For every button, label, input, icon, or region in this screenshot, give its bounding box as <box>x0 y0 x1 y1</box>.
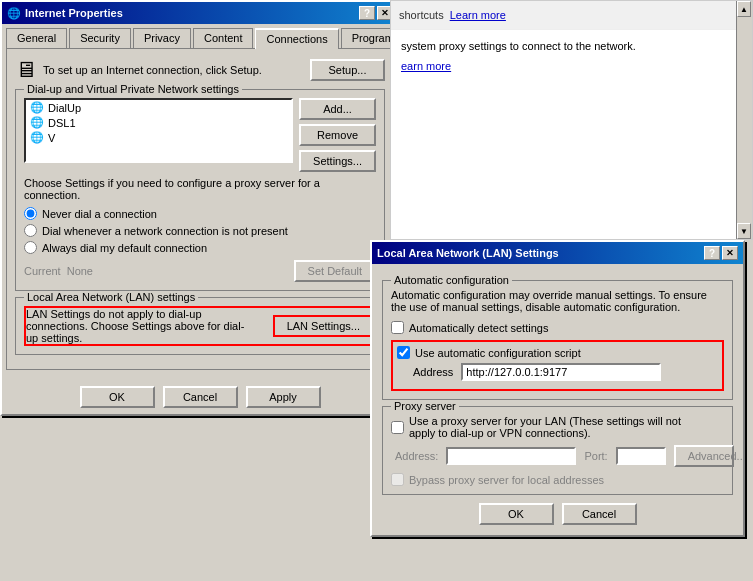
add-button[interactable]: Add... <box>299 98 376 120</box>
lan-help-button[interactable]: ? <box>704 246 720 260</box>
lan-settings-button[interactable]: LAN Settings... <box>273 315 374 337</box>
lan-settings-row: LAN Settings do not apply to dial-up con… <box>24 306 376 346</box>
list-item-dialup[interactable]: 🌐 DialUp <box>26 100 291 115</box>
auto-detect-checkbox-row[interactable]: Automatically detect settings <box>391 321 724 334</box>
use-script-label: Use automatic configuration script <box>415 347 581 359</box>
proxy-port-input[interactable] <box>616 447 666 465</box>
tab-connections[interactable]: Connections <box>255 28 338 49</box>
dialup-group-label: Dial-up and Virtual Private Network sett… <box>24 83 242 95</box>
setup-description: To set up an Internet connection, click … <box>43 64 262 76</box>
lan-group-label: Local Area Network (LAN) settings <box>24 291 198 303</box>
list-item-dsl1[interactable]: 🌐 DSL1 <box>26 115 291 130</box>
lan-dialog: Local Area Network (LAN) Settings ? ✕ Au… <box>370 240 745 537</box>
scrollbar[interactable]: ▲ ▼ <box>736 1 752 239</box>
lan-title-controls: ? ✕ <box>704 246 738 260</box>
lan-dialog-buttons: OK Cancel <box>382 503 733 525</box>
proxy-checkbox[interactable] <box>391 421 404 434</box>
address-input[interactable] <box>461 363 661 381</box>
auto-detect-checkbox[interactable] <box>391 321 404 334</box>
set-default-button[interactable]: Set Default <box>294 260 376 282</box>
dsl1-icon: 🌐 <box>30 116 44 129</box>
proxy-port-label: Port: <box>584 450 607 462</box>
current-value: None <box>67 265 93 277</box>
bypass-label: Bypass proxy server for local addresses <box>409 474 604 486</box>
main-title-icon: 🌐 <box>7 7 21 20</box>
v-icon: 🌐 <box>30 131 44 144</box>
dialup-icon: 🌐 <box>30 101 44 114</box>
use-script-checkbox-row[interactable]: Use automatic configuration script <box>397 346 718 359</box>
right-panel-content: system proxy settings to connect to the … <box>391 30 752 82</box>
lan-group: Local Area Network (LAN) settings LAN Se… <box>15 297 385 355</box>
bypass-checkbox[interactable] <box>391 473 404 486</box>
radio-never[interactable]: Never dial a connection <box>24 207 376 220</box>
scroll-down-btn[interactable]: ▼ <box>737 223 751 239</box>
main-title-bar: 🌐 Internet Properties ? ✕ <box>2 2 398 24</box>
connections-tab-content: 🖥 To set up an Internet connection, clic… <box>6 48 394 370</box>
list-item-v[interactable]: 🌐 V <box>26 130 291 145</box>
learn-more-link2[interactable]: earn more <box>401 60 451 72</box>
dialup-list[interactable]: 🌐 DialUp 🌐 DSL1 🌐 V <box>24 98 293 163</box>
proxy-server-group: Proxy server Use a proxy server for your… <box>382 406 733 495</box>
cancel-button[interactable]: Cancel <box>163 386 238 408</box>
use-script-checkbox[interactable] <box>397 346 410 359</box>
main-window: 🌐 Internet Properties ? ✕ General Securi… <box>0 0 400 416</box>
proxy-desc-text: system proxy settings to connect to the … <box>401 40 742 52</box>
proxy-address-row: Address: Port: Advanced... <box>395 445 724 467</box>
proxy-description: Choose Settings if you need to configure… <box>24 177 376 201</box>
radio-always[interactable]: Always dial my default connection <box>24 241 376 254</box>
main-title-text: 🌐 Internet Properties <box>7 7 123 20</box>
bypass-checkbox-row[interactable]: Bypass proxy server for local addresses <box>391 473 724 486</box>
radio-group: Never dial a connection Dial whenever a … <box>24 207 376 254</box>
lan-cancel-button[interactable]: Cancel <box>562 503 637 525</box>
lan-ok-button[interactable]: OK <box>479 503 554 525</box>
title-bar-controls: ? ✕ <box>359 6 393 20</box>
current-label: Current <box>24 265 61 277</box>
auto-config-label: Automatic configuration <box>391 274 512 286</box>
auto-config-group: Automatic configuration Automatic config… <box>382 280 733 400</box>
proxy-desc-label: Use a proxy server for your LAN (These s… <box>409 415 699 439</box>
use-script-section: Use automatic configuration script Addre… <box>391 340 724 391</box>
tab-content[interactable]: Content <box>193 28 254 48</box>
learn-more-link[interactable]: Learn more <box>450 9 506 21</box>
remove-button[interactable]: Remove <box>299 124 376 146</box>
connection-icon: 🖥 <box>15 57 37 83</box>
help-button[interactable]: ? <box>359 6 375 20</box>
scroll-up-btn[interactable]: ▲ <box>737 1 751 17</box>
lan-description: LAN Settings do not apply to dial-up con… <box>26 308 246 344</box>
right-panel: shortcuts Learn more system proxy settin… <box>390 0 753 240</box>
advanced-button[interactable]: Advanced... <box>674 445 734 467</box>
bottom-buttons: OK Cancel Apply <box>2 380 398 414</box>
proxy-address-input[interactable] <box>446 447 576 465</box>
tab-security[interactable]: Security <box>69 28 131 48</box>
shortcuts-text: shortcuts <box>399 9 444 21</box>
settings-button[interactable]: Settings... <box>299 150 376 172</box>
tab-bar: General Security Privacy Content Connect… <box>2 24 398 48</box>
tab-general[interactable]: General <box>6 28 67 48</box>
proxy-server-label: Proxy server <box>391 400 459 412</box>
tab-privacy[interactable]: Privacy <box>133 28 191 48</box>
current-row: Current None <box>24 265 93 277</box>
proxy-checkbox-row[interactable]: Use a proxy server for your LAN (These s… <box>391 415 724 439</box>
address-label: Address <box>413 366 453 378</box>
auto-config-desc: Automatic configuration may override man… <box>391 289 724 313</box>
setup-button[interactable]: Setup... <box>310 59 385 81</box>
address-row: Address <box>413 363 718 381</box>
apply-button[interactable]: Apply <box>246 386 321 408</box>
lan-dialog-content: Automatic configuration Automatic config… <box>372 264 743 535</box>
lan-title-bar: Local Area Network (LAN) Settings ? ✕ <box>372 242 743 264</box>
lan-title-text: Local Area Network (LAN) Settings <box>377 247 559 259</box>
ok-button[interactable]: OK <box>80 386 155 408</box>
lan-close-button[interactable]: ✕ <box>722 246 738 260</box>
right-panel-toolbar: shortcuts Learn more <box>391 1 752 30</box>
auto-detect-label: Automatically detect settings <box>409 322 548 334</box>
dialup-group: Dial-up and Virtual Private Network sett… <box>15 89 385 291</box>
proxy-address-label: Address: <box>395 450 438 462</box>
radio-whenever[interactable]: Dial whenever a network connection is no… <box>24 224 376 237</box>
